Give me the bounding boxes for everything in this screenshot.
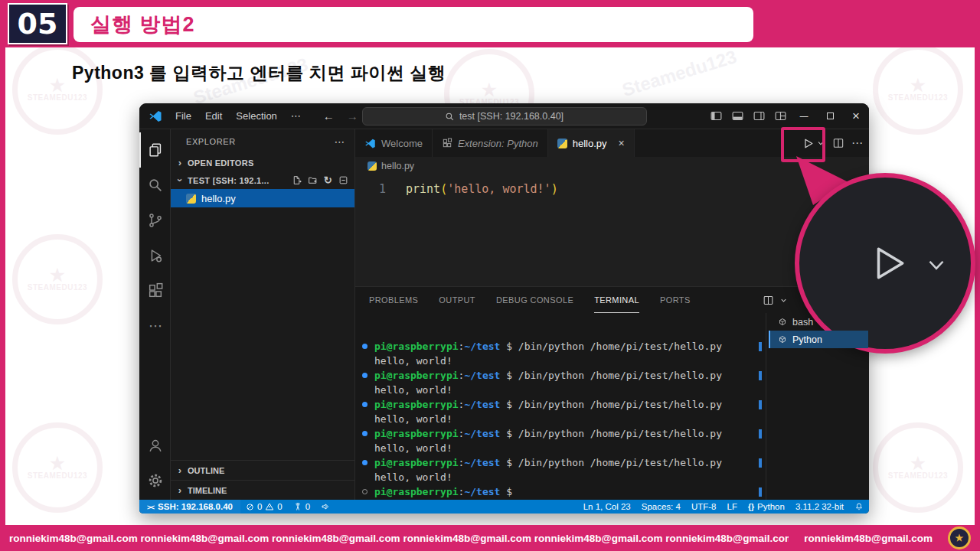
- menu-selection[interactable]: Selection: [229, 110, 283, 122]
- tab-extension-python[interactable]: Extension: Python: [433, 129, 548, 157]
- remote-indicator[interactable]: >< SSH: 192.168.0.40: [139, 500, 240, 514]
- panel-tab-ports[interactable]: PORTS: [660, 287, 691, 313]
- minimize-button[interactable]: ─: [791, 103, 817, 129]
- outline-section[interactable]: › OUTLINE: [171, 460, 354, 480]
- panel-tab-debug-console[interactable]: DEBUG CONSOLE: [496, 287, 573, 313]
- close-tab-icon[interactable]: ×: [619, 137, 625, 149]
- explorer-more-icon[interactable]: ⋯: [334, 135, 345, 148]
- command-center-search[interactable]: test [SSH: 192.168.0.40]: [362, 107, 647, 126]
- editor-more-icon[interactable]: ⋯: [851, 136, 863, 150]
- open-editors-section[interactable]: › OPEN EDITORS: [171, 154, 354, 171]
- toggle-sidebar-icon[interactable]: [705, 103, 727, 129]
- scrollbar-command-mark: [759, 371, 762, 380]
- title-box: 실행 방법2: [74, 7, 753, 42]
- page-title: 실행 방법2: [90, 11, 195, 38]
- collapse-all-icon[interactable]: [338, 175, 348, 185]
- notifications-bell[interactable]: [849, 502, 869, 511]
- split-editor-icon[interactable]: [832, 137, 844, 149]
- terminal-text: :: [459, 370, 465, 381]
- customize-layout-icon[interactable]: [769, 103, 791, 129]
- settings-gear-icon[interactable]: [139, 463, 170, 498]
- terminal-output-line: hello, world!: [362, 470, 755, 484]
- toggle-panel-icon[interactable]: [727, 103, 748, 129]
- scrollbar-command-mark: [759, 400, 762, 409]
- terminal-path: ~/test: [464, 399, 500, 410]
- terminal-text: $: [500, 486, 518, 497]
- tab-welcome[interactable]: Welcome: [355, 129, 433, 157]
- terminal-tab-python[interactable]: Python: [769, 331, 868, 348]
- forward-icon[interactable]: →: [347, 109, 358, 122]
- code-line: 1 print('hello, world!'): [355, 181, 869, 197]
- terminal-prompt-line: pi@raspberrypi:~/test $: [362, 484, 755, 499]
- megaphone-icon: [321, 502, 330, 511]
- code-editor[interactable]: 1 print('hello, world!'): [355, 175, 869, 286]
- terminal-user: pi@raspberrypi: [374, 370, 459, 381]
- terminal[interactable]: pi@raspberrypi:~/test $ /bin/python /hom…: [355, 313, 766, 500]
- search-activity-icon[interactable]: [139, 168, 170, 203]
- panel-tab-problems[interactable]: PROBLEMS: [369, 287, 418, 313]
- terminal-path: ~/test: [464, 486, 500, 497]
- maximize-button[interactable]: [817, 103, 843, 129]
- file-item-hello-py[interactable]: hello.py: [171, 189, 354, 207]
- terminal-text: $: [500, 370, 518, 381]
- more-actions-icon[interactable]: ⋯: [139, 308, 170, 344]
- account-icon[interactable]: [139, 428, 170, 463]
- refresh-icon[interactable]: ↻: [324, 174, 332, 186]
- explorer-activity-icon[interactable]: [139, 132, 170, 168]
- star-icon: ★: [482, 83, 497, 98]
- terminal-output-text: hello, world!: [374, 355, 452, 367]
- new-file-icon[interactable]: [292, 175, 302, 185]
- split-terminal-icon[interactable]: [763, 295, 774, 306]
- watermark-text: Steamedu123: [619, 46, 739, 101]
- run-icon-zoomed: [865, 239, 911, 288]
- language-mode[interactable]: {} Python: [743, 502, 790, 511]
- close-window-button[interactable]: ×: [843, 103, 869, 129]
- star-icon: ★: [910, 456, 926, 471]
- python-interpreter[interactable]: 3.11.2 32-bit: [790, 502, 849, 511]
- menu-more-icon[interactable]: ⋯: [284, 110, 308, 122]
- back-icon[interactable]: ←: [323, 109, 335, 122]
- eol[interactable]: LF: [721, 502, 742, 511]
- command-decoration-icon: [362, 344, 368, 349]
- feedback-status[interactable]: [315, 502, 335, 511]
- footer-email-right: ronniekim48b@gmail.com: [804, 533, 933, 544]
- terminal-user: pi@raspberrypi: [374, 486, 459, 497]
- tab-hello-py[interactable]: hello.py ×: [548, 129, 635, 157]
- chevron-down-icon[interactable]: [779, 296, 788, 305]
- source-control-activity-icon[interactable]: [139, 203, 170, 238]
- warning-icon: [265, 502, 274, 511]
- terminal-user: pi@raspberrypi: [374, 428, 459, 439]
- terminal-path: ~/test: [464, 457, 500, 468]
- footer-emails: ronniekim48b@gmail.com ronniekim48b@gmai…: [9, 533, 789, 544]
- terminal-user: pi@raspberrypi: [374, 399, 459, 410]
- chevron-down-icon: ›: [175, 176, 186, 185]
- terminal-command: /bin/python /home/pi/test/hello.py: [518, 428, 722, 439]
- extensions-activity-icon[interactable]: [139, 273, 170, 308]
- timeline-section[interactable]: › TIMELINE: [171, 480, 354, 500]
- terminal-path: ~/test: [464, 341, 500, 352]
- toggle-secondary-sidebar-icon[interactable]: [748, 103, 769, 129]
- panel-tab-output[interactable]: OUTPUT: [439, 287, 475, 313]
- watermark-logo: ★STEAMEDU123: [873, 422, 963, 513]
- terminal-command: /bin/python /home/pi/test/hello.py: [518, 341, 722, 352]
- star-icon: ★: [50, 456, 65, 471]
- cursor-position[interactable]: Ln 1, Col 23: [578, 502, 636, 511]
- indentation[interactable]: Spaces: 4: [636, 502, 686, 511]
- chevron-right-icon: ›: [175, 465, 185, 476]
- folder-section[interactable]: › TEST [SSH: 192.1... ↻: [171, 171, 354, 189]
- run-debug-activity-icon[interactable]: [139, 238, 170, 273]
- terminal-output-text: hello, world!: [374, 384, 452, 396]
- terminal-gutter-marks: [759, 339, 762, 500]
- watermark-logo: ★STEAMEDU123: [12, 234, 103, 324]
- encoding[interactable]: UTF-8: [686, 502, 722, 511]
- terminal-tab-bash[interactable]: bash: [769, 313, 868, 331]
- problems-status[interactable]: 0 0: [240, 502, 288, 511]
- terminal-output-text: hello, world!: [374, 471, 452, 483]
- ports-status[interactable]: 0: [288, 502, 315, 511]
- panel-tab-terminal[interactable]: TERMINAL: [594, 287, 639, 313]
- menu-file[interactable]: File: [168, 110, 198, 122]
- braces-icon: {}: [748, 502, 754, 511]
- new-folder-icon[interactable]: [308, 175, 318, 185]
- bell-icon: [854, 502, 864, 511]
- menu-edit[interactable]: Edit: [198, 110, 229, 122]
